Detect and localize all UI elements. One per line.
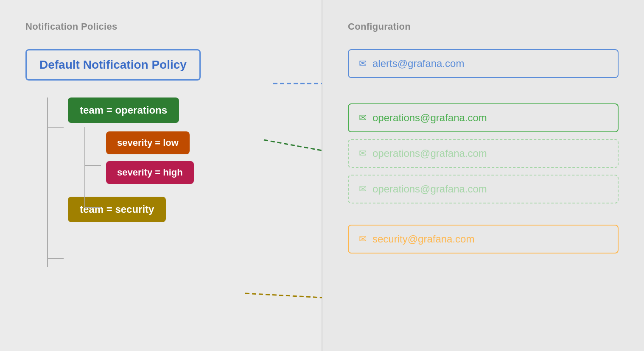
operations-high-email: operations@grafana.com — [372, 183, 487, 195]
team-operations-box[interactable]: team = operations — [68, 98, 179, 123]
operations-email: operations@grafana.com — [372, 112, 487, 124]
team-security-box[interactable]: team = security — [68, 197, 166, 222]
severity-low-box[interactable]: severity = low — [106, 131, 190, 154]
severity-high-row: severity = high — [106, 161, 296, 184]
left-panel-title: Notification Policies — [25, 21, 296, 32]
default-policy-row: Default Notification Policy — [25, 49, 296, 81]
alerts-email: alerts@grafana.com — [372, 58, 464, 70]
page-wrapper: Notification Policies Default Notificati… — [0, 0, 644, 351]
severity-low-row: severity = low — [106, 131, 296, 154]
mail-icon-operations: ✉ — [359, 112, 367, 123]
config-operations: ✉ operations@grafana.com — [348, 103, 619, 132]
left-panel: Notification Policies Default Notificati… — [0, 0, 322, 351]
right-panel: Configuration ✉ alerts@grafana.com ✉ ope… — [322, 0, 644, 351]
mail-icon-operations-high: ✉ — [359, 184, 367, 195]
config-operations-high: ✉ operations@grafana.com — [348, 175, 619, 203]
team-security-row: team = security — [68, 197, 296, 222]
right-panel-title: Configuration — [348, 21, 619, 32]
team-operations-row: team = operations — [68, 98, 296, 123]
config-security: ✉ security@grafana.com — [348, 225, 619, 254]
config-alerts: ✉ alerts@grafana.com — [348, 49, 619, 78]
operations-low-email: operations@grafana.com — [372, 148, 487, 159]
severity-high-box[interactable]: severity = high — [106, 161, 194, 184]
config-operations-low: ✉ operations@grafana.com — [348, 139, 619, 168]
mail-icon-alerts: ✉ — [359, 58, 367, 69]
default-policy-box[interactable]: Default Notification Policy — [25, 49, 201, 81]
mail-icon-operations-low: ✉ — [359, 148, 367, 159]
mail-icon-security: ✉ — [359, 234, 367, 245]
security-email: security@grafana.com — [372, 233, 474, 245]
